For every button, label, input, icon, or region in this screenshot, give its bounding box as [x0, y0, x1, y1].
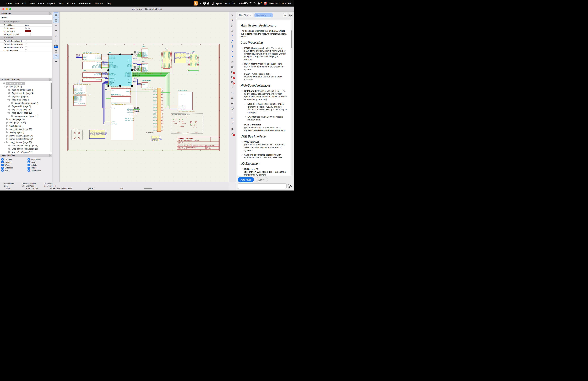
delete-tool-icon[interactable]: ✕✕	[230, 131, 235, 136]
close-icon[interactable]: ✕	[49, 78, 51, 81]
battery-indicator[interactable]: 58%	[238, 2, 247, 5]
tab-new-chat[interactable]: New Chat✕	[237, 13, 253, 17]
sparkle-icon[interactable]: ✦	[200, 2, 202, 5]
hierarchy-item[interactable]: clocks (page 12)	[0, 118, 52, 121]
place-circle-icon[interactable]: ◯	[230, 106, 235, 111]
window-title-bar[interactable]: vme-wren — Schematic Editor	[0, 6, 294, 12]
filter-other-items[interactable]: ✓Other items	[27, 169, 52, 172]
hierarchy-item[interactable]: fpga-mgts-power (page 7)	[0, 101, 52, 105]
hierarchy-scrollbar[interactable]	[50, 82, 52, 153]
wifi-icon[interactable]	[249, 2, 252, 4]
dictation-mic-icon[interactable]	[194, 1, 198, 5]
chat-message-area[interactable]: Main System ArchitectureThe design is or…	[237, 20, 293, 176]
hierarchy-item[interactable]: vme_buffers_addr (page 15)	[0, 144, 52, 147]
property-value[interactable]: fpga	[23, 23, 52, 26]
cursor-shape-icon[interactable]: ✛	[53, 28, 59, 33]
avatar[interactable]	[264, 2, 267, 5]
grid-overrides-icon[interactable]: ▨	[53, 18, 59, 23]
spotlight-search-icon[interactable]	[253, 2, 256, 4]
filter-wires[interactable]: ✓Wires	[1, 164, 27, 166]
place-label-icon[interactable]: A	[230, 59, 235, 64]
net-highlight-icon[interactable]: ❖	[53, 59, 59, 64]
close-tab-icon[interactable]: ✕	[250, 14, 252, 16]
sim-probe-icon[interactable]: ▷	[53, 33, 59, 38]
place-line-icon[interactable]: ╱	[230, 121, 235, 126]
hierarchy-item[interactable]: power-supply-1 (page 24)	[0, 134, 52, 137]
minimize-window-button[interactable]	[6, 8, 8, 10]
hierarchy-panel-header[interactable]: Schematic Hierarchy ✕	[0, 78, 52, 81]
auto-route-button[interactable]: Auto-route	[238, 177, 254, 182]
hierarchy-item[interactable]: fpga-hp-banks (page 3)	[0, 88, 52, 91]
place-rule-area-icon[interactable]: ▨	[230, 64, 235, 69]
properties-wrench-icon[interactable]: ⚒	[53, 54, 59, 59]
place-no-connect-icon[interactable]: ✕	[230, 49, 235, 54]
place-sheet-icon[interactable]: ⊞+	[230, 69, 235, 74]
filter-all-items[interactable]: ✓All items	[1, 158, 27, 160]
place-power-port-icon[interactable]: ⊥	[230, 28, 235, 33]
highlight-net-icon[interactable]: ↯	[230, 18, 235, 23]
hierarchy-item[interactable]: fpga-hd-banks (page 4)	[0, 91, 52, 95]
filter-graphics[interactable]: ✓Graphics	[1, 167, 27, 169]
property-value[interactable]	[23, 33, 52, 36]
property-value[interactable]	[23, 30, 52, 33]
menu-tools[interactable]: Tools	[57, 2, 65, 5]
place-table-icon[interactable]: ▦	[230, 95, 235, 100]
place-symbol-icon[interactable]: ▷	[230, 23, 235, 28]
tab-design-discussion[interactable]: Design dis...✕	[254, 13, 273, 17]
hierarchy-item[interactable]: ∨vme-wren (page 1)	[0, 82, 52, 85]
close-icon[interactable]: ✕	[49, 12, 51, 15]
import-sheet-pin-icon[interactable]: ⊟↩	[230, 74, 235, 80]
menu-preferences[interactable]: Preferences	[77, 2, 93, 5]
close-tab-icon[interactable]: ✕	[269, 14, 271, 16]
chat-input[interactable]	[238, 183, 287, 189]
new-tab-button[interactable]: +	[283, 13, 287, 17]
stats-icon[interactable]	[207, 2, 210, 4]
chat-scrollbar[interactable]	[291, 20, 293, 176]
property-value[interactable]	[23, 40, 52, 43]
grid-dots-icon[interactable]: ▦	[53, 13, 59, 18]
selection-filter-header[interactable]: Selection Filter ✕	[0, 154, 52, 157]
menu-edit[interactable]: Edit	[21, 2, 28, 5]
units-inches-icon[interactable]: in	[53, 23, 59, 28]
focus-status[interactable]: Ayomid.. • in 5h 54m	[216, 2, 236, 5]
hierarchy-item[interactable]: flash (page 14)	[0, 124, 52, 128]
property-value[interactable]	[23, 49, 52, 52]
grammarly-icon[interactable]: g|	[212, 2, 214, 5]
hierarchy-navigator-icon[interactable]: ▤	[53, 49, 59, 54]
hierarchy-item[interactable]: ∨fpga-power (page 10)	[0, 111, 52, 114]
menu-file[interactable]: File	[13, 2, 21, 5]
properties-panel-header[interactable]: Properties ✕	[0, 12, 52, 15]
canvas-hscrollbar[interactable]	[144, 188, 152, 189]
hierarchy-item[interactable]: fpga-mio (page 5)	[0, 95, 52, 98]
place-bus-icon[interactable]: ╱	[230, 38, 235, 43]
measure-icon[interactable]: ∟	[53, 38, 59, 43]
sheet-block-power-supply-2[interactable]	[110, 96, 131, 103]
section-attributes[interactable]: ⌄Attributes	[0, 36, 52, 40]
select-tool-icon[interactable]: ↖	[230, 13, 235, 18]
annotate-icon[interactable]: R??R42	[53, 44, 59, 48]
place-rectangle-icon[interactable]: ▭	[230, 100, 235, 105]
place-image-icon[interactable]: ▣	[230, 126, 235, 131]
property-value[interactable]	[23, 43, 52, 45]
filter-symbols[interactable]: ✓Symbols	[1, 161, 27, 163]
hierarchy-item[interactable]: vme_p1_p2 (page 17)	[0, 150, 52, 154]
send-icon[interactable]	[288, 184, 292, 188]
property-value[interactable]: 0 mils	[23, 27, 52, 30]
mode-dropdown[interactable]: Ask	[256, 177, 268, 182]
place-wire-icon[interactable]: ╱	[230, 33, 235, 38]
section-basic-properties[interactable]: ⌄Basic Properties	[0, 20, 52, 23]
hierarchy-item[interactable]: vme_buffers_data (page 16)	[0, 147, 52, 150]
menu-time[interactable]: 11:36 AM	[282, 2, 291, 5]
menu-help[interactable]: Help	[105, 2, 113, 5]
hierarchy-item[interactable]: ∨vme_interface (page 26)	[0, 141, 52, 144]
place-text-icon[interactable]: T	[230, 85, 235, 90]
menu-window[interactable]: Window	[93, 2, 105, 5]
place-textbox-icon[interactable]: ▭	[230, 90, 235, 95]
menu-trace[interactable]: Trace	[4, 2, 13, 5]
filter-text[interactable]: ✓Text	[1, 169, 27, 172]
place-arc-icon[interactable]: ⌒	[230, 111, 235, 116]
place-bus-entry-icon[interactable]: ∥	[230, 44, 235, 48]
history-button[interactable]	[288, 13, 293, 17]
shield-icon[interactable]	[203, 2, 206, 5]
menu-view[interactable]: View	[28, 2, 36, 5]
